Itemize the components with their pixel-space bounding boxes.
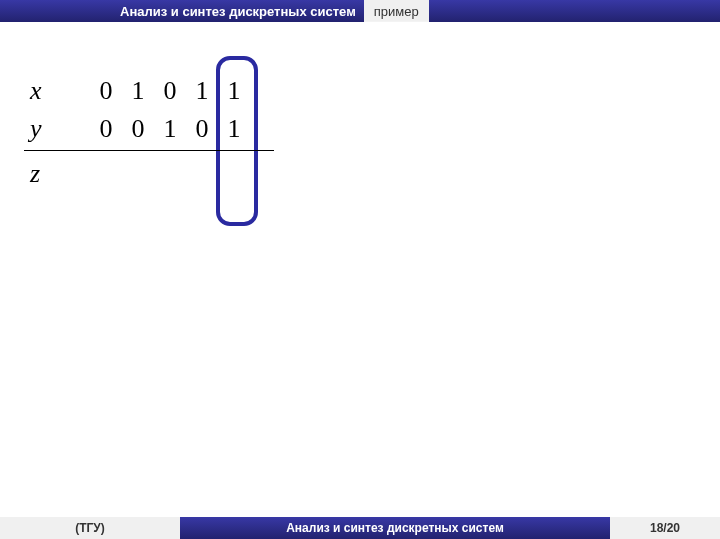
slide-header: Анализ и синтез дискретных систем пример: [0, 0, 720, 22]
cell: 0: [90, 76, 122, 106]
table-row: z: [20, 155, 274, 193]
row-label-z: z: [20, 159, 90, 189]
slide-footer: (ТГУ) Анализ и синтез дискретных систем …: [0, 517, 720, 539]
cell: 1: [122, 76, 154, 106]
table-divider: [24, 150, 274, 151]
footer-title: Анализ и синтез дискретных систем: [180, 521, 610, 535]
cell: 1: [218, 76, 250, 106]
row-label-y: y: [20, 114, 90, 144]
cell: 0: [122, 114, 154, 144]
cell: 1: [218, 114, 250, 144]
footer-page-number: 18/20: [610, 517, 720, 539]
slide-content: x 0 1 0 1 1 y 0 0 1 0 1 z: [0, 22, 720, 517]
header-title: Анализ и синтез дискретных систем: [120, 4, 356, 19]
cell: 1: [154, 114, 186, 144]
header-tab: пример: [364, 0, 429, 22]
cell: 0: [90, 114, 122, 144]
cell: 0: [186, 114, 218, 144]
row-label-x: x: [20, 76, 90, 106]
truth-table: x 0 1 0 1 1 y 0 0 1 0 1 z: [20, 72, 274, 193]
cell: 1: [186, 76, 218, 106]
footer-affiliation: (ТГУ): [0, 517, 180, 539]
cell: 0: [154, 76, 186, 106]
table-row: x 0 1 0 1 1: [20, 72, 274, 110]
table-row: y 0 0 1 0 1: [20, 110, 274, 148]
